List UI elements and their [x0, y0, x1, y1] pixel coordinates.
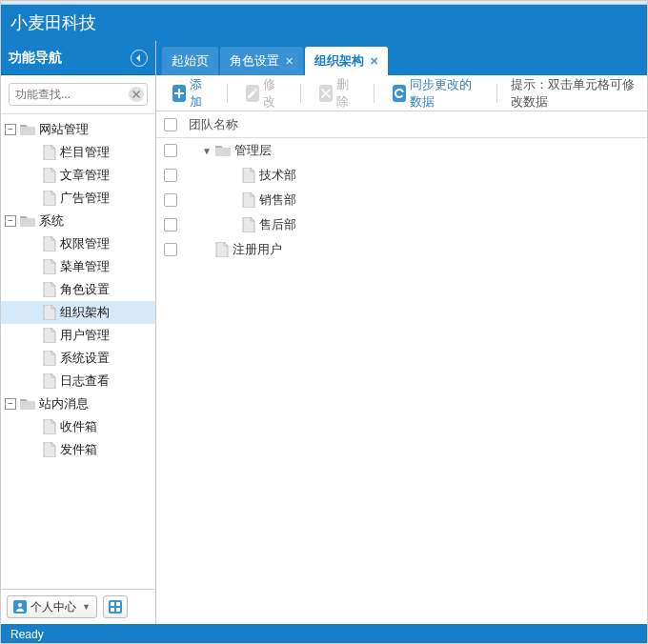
toolbar-separator [227, 84, 228, 103]
user-icon [13, 600, 27, 614]
sidebar-extra-button[interactable] [103, 595, 128, 618]
grid-icon [109, 600, 122, 614]
row-toggle[interactable]: ▼ [202, 146, 212, 155]
file-icon [43, 145, 56, 160]
file-icon [242, 217, 255, 232]
nav-item[interactable]: 广告管理 [1, 187, 155, 210]
row-label: 管理层 [234, 142, 272, 159]
collapse-sidebar-button[interactable] [131, 50, 148, 67]
column-team-name[interactable]: 团队名称 [189, 116, 238, 133]
sidebar-bottom-bar: 个人中心 ▼ [1, 589, 155, 624]
tab[interactable]: 组织架构✕ [305, 47, 388, 75]
row-label: 注册用户 [233, 241, 282, 258]
nav-item[interactable]: 权限管理 [1, 232, 155, 255]
tab-bar: 起始页角色设置✕组织架构✕ [156, 41, 647, 75]
nav-item-label: 网站管理 [39, 121, 89, 138]
delete-button[interactable]: 删除 [311, 82, 364, 105]
row-checkbox[interactable] [164, 218, 177, 231]
grid-row[interactable]: ▼管理层 [156, 138, 647, 163]
user-menu-button[interactable]: 个人中心 ▼ [7, 595, 97, 618]
folder-icon [20, 397, 35, 411]
file-icon [43, 373, 56, 389]
add-label: 添加 [190, 76, 209, 111]
nav-item[interactable]: 菜单管理 [1, 255, 155, 278]
nav-item-label: 日志查看 [60, 372, 110, 390]
row-label: 售后部 [259, 216, 296, 233]
user-menu-label: 个人中心 [30, 599, 76, 615]
nav-item[interactable]: 日志查看 [1, 370, 155, 392]
nav-item[interactable]: −站内消息 [1, 392, 155, 415]
grid-row[interactable]: 注册用户 [156, 237, 647, 262]
tab[interactable]: 起始页 [162, 47, 218, 75]
close-icon [320, 88, 332, 99]
file-icon [242, 168, 255, 183]
close-icon [132, 91, 140, 98]
nav-item-label: 系统设置 [60, 350, 110, 367]
nav-item[interactable]: 栏目管理 [1, 141, 155, 164]
nav-item-label: 菜单管理 [60, 258, 110, 275]
tree-toggle[interactable]: − [5, 398, 16, 410]
nav-item[interactable]: −网站管理 [1, 118, 155, 141]
toolbar: 添加 修改 删除 同步更改的数据 提示：双击单元格可修改数据 [156, 75, 647, 111]
pencil-icon [247, 88, 258, 99]
file-icon [43, 305, 56, 320]
status-text: Ready [10, 628, 44, 641]
row-checkbox[interactable] [164, 243, 177, 256]
file-icon [242, 192, 255, 208]
status-bar: Ready [1, 624, 647, 644]
nav-item-label: 组织架构 [60, 304, 110, 321]
plus-icon [173, 88, 185, 99]
tab-label: 组织架构 [314, 52, 364, 70]
nav-item-label: 文章管理 [60, 167, 110, 184]
svg-rect-3 [111, 608, 114, 612]
row-label: 技术部 [259, 167, 296, 184]
tab-close-button[interactable]: ✕ [370, 55, 378, 68]
tab-close-button[interactable]: ✕ [285, 55, 294, 68]
file-icon [215, 242, 229, 257]
search-wrap [9, 83, 148, 106]
file-icon [43, 328, 56, 343]
sidebar-title-bar: 功能导航 [1, 41, 155, 75]
search-clear-button[interactable] [129, 87, 144, 102]
nav-item-label: 用户管理 [60, 327, 110, 344]
nav-item[interactable]: 收件箱 [1, 415, 155, 438]
select-all-checkbox[interactable] [164, 118, 177, 131]
nav-item[interactable]: 系统设置 [1, 347, 155, 370]
nav-item[interactable]: 文章管理 [1, 164, 155, 187]
nav-item[interactable]: 发件箱 [1, 438, 155, 461]
tab[interactable]: 角色设置✕ [220, 47, 303, 75]
row-checkbox[interactable] [164, 193, 177, 207]
add-button[interactable]: 添加 [164, 82, 217, 105]
svg-rect-2 [116, 602, 120, 606]
file-icon [43, 168, 56, 183]
tree-toggle[interactable]: − [5, 124, 16, 135]
tab-label: 角色设置 [230, 52, 279, 70]
sync-button[interactable]: 同步更改的数据 [384, 82, 487, 105]
row-label: 销售部 [259, 191, 296, 209]
svg-rect-4 [116, 608, 120, 612]
nav-item-label: 栏目管理 [60, 144, 110, 161]
file-icon [43, 442, 56, 457]
nav-item-label: 系统 [39, 212, 64, 230]
nav-item[interactable]: 角色设置 [1, 278, 155, 301]
sync-label: 同步更改的数据 [410, 76, 478, 111]
grid-row[interactable]: 销售部 [156, 188, 647, 212]
edit-button[interactable]: 修改 [237, 82, 291, 105]
nav-item[interactable]: 组织架构 [1, 301, 155, 324]
tree-toggle[interactable]: − [5, 215, 16, 227]
row-checkbox[interactable] [164, 169, 177, 182]
toolbar-separator [374, 84, 375, 103]
grid-row[interactable]: 技术部 [156, 163, 647, 188]
folder-icon [20, 214, 35, 228]
nav-tree: −网站管理栏目管理文章管理广告管理−系统权限管理菜单管理角色设置组织架构用户管理… [1, 114, 155, 589]
row-checkbox[interactable] [164, 144, 177, 157]
search-input[interactable] [9, 83, 148, 106]
toolbar-hint: 提示：双击单元格可修改数据 [511, 76, 639, 111]
grid-header: 团队名称 [156, 111, 647, 138]
nav-item-label: 权限管理 [60, 235, 110, 252]
nav-item-label: 广告管理 [60, 190, 110, 207]
nav-item[interactable]: 用户管理 [1, 324, 155, 347]
file-icon [43, 259, 56, 274]
nav-item[interactable]: −系统 [1, 210, 155, 232]
grid-row[interactable]: 售后部 [156, 212, 647, 237]
